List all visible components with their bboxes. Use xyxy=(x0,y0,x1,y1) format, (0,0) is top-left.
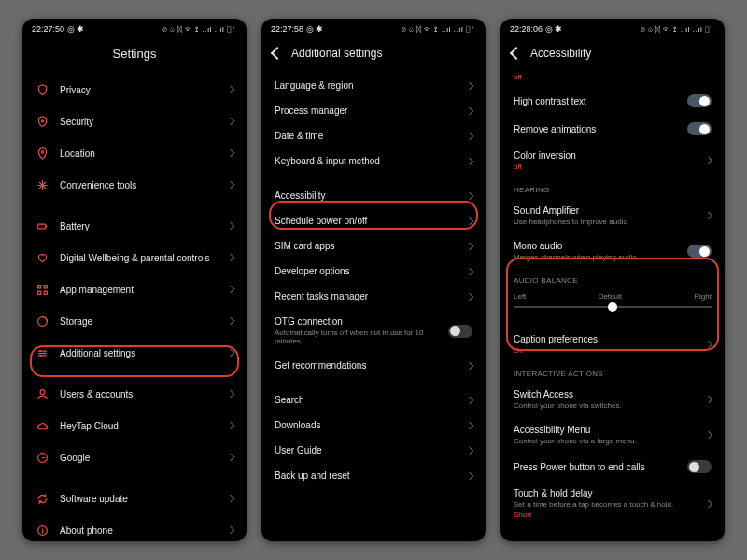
settings-row[interactable]: Software update xyxy=(22,483,247,514)
screen-accessibility: 22:28:06 ◎ ✱ ⊘ ⊙ ᛞ ᯤ ⟟ ..ıl ..ıl ⌷⁺ Acce… xyxy=(500,19,725,541)
settings-row[interactable]: Digital Wellbeing & parental controls xyxy=(22,242,247,273)
settings-row[interactable]: SIM card apps xyxy=(261,233,486,259)
battery-icon xyxy=(35,219,49,232)
row-subtitle: On xyxy=(514,346,695,355)
toggle-switch[interactable] xyxy=(448,325,472,338)
chevron-right-icon xyxy=(227,422,234,429)
settings-row[interactable]: Color inversionoff xyxy=(500,143,725,178)
settings-row[interactable]: Google xyxy=(22,441,247,473)
settings-row[interactable]: Date & time xyxy=(261,123,486,148)
page-title: Settings xyxy=(22,37,247,74)
row-label: Date & time xyxy=(275,131,456,141)
chevron-right-icon xyxy=(227,86,234,93)
audio-balance-slider[interactable]: LeftDefaultRight xyxy=(500,288,725,317)
settings-row[interactable]: Sound AmplifierUse headphones to improve… xyxy=(500,198,725,233)
chevron-right-icon xyxy=(227,149,234,157)
row-label: Downloads xyxy=(275,420,456,430)
settings-row[interactable]: Touch & hold delaySet a time before a ta… xyxy=(500,481,725,526)
settings-row[interactable]: Security xyxy=(22,105,247,137)
clock: 22:28:06 xyxy=(510,24,543,34)
disk-icon xyxy=(35,315,49,328)
settings-row[interactable]: Downloads xyxy=(261,413,486,438)
row-label: Search xyxy=(275,395,456,405)
settings-row[interactable]: High contrast text xyxy=(500,87,725,115)
settings-row[interactable]: Convenience tools xyxy=(22,169,247,201)
row-label: Battery xyxy=(60,221,217,231)
status-right-icons: ⊘ ⊙ ᛞ ᯤ ⟟ ..ıl ..ıl ⌷⁺ xyxy=(162,25,237,34)
balance-left-label: Left xyxy=(514,292,526,301)
chevron-right-icon xyxy=(466,361,473,369)
settings-row[interactable]: Storage xyxy=(22,305,247,337)
settings-row[interactable]: Privacy xyxy=(22,74,247,105)
settings-row[interactable]: HeyTap Cloud xyxy=(22,410,247,441)
chevron-right-icon xyxy=(227,454,234,461)
row-label: Google xyxy=(60,453,217,463)
settings-row[interactable]: Process manager xyxy=(261,98,486,123)
row-label: Color inversionoff xyxy=(514,150,695,171)
chevron-right-icon xyxy=(227,495,234,502)
settings-row[interactable]: About phone xyxy=(22,514,247,541)
settings-row[interactable]: Additional settings xyxy=(22,337,247,369)
back-icon[interactable] xyxy=(510,47,523,60)
status-right-icons: ⊘ ⊙ ᛞ ᯤ ⟟ ..ıl ..ıl ⌷⁺ xyxy=(402,25,476,34)
settings-row[interactable]: Keyboard & input method xyxy=(261,148,486,174)
settings-row[interactable]: Accessibility MenuControl your phone via… xyxy=(500,417,725,453)
settings-row[interactable]: Battery xyxy=(22,210,247,242)
section-header-actions: INTERACTIVE ACTIONS xyxy=(500,362,725,382)
chevron-right-icon xyxy=(466,217,473,224)
status-left-icons: ◎ ✱ xyxy=(67,24,85,34)
settings-row[interactable]: User Guide xyxy=(261,438,486,463)
row-label: Caption preferencesOn xyxy=(514,334,695,355)
chevron-right-icon xyxy=(466,81,473,89)
settings-row[interactable]: Remove animations xyxy=(500,115,725,143)
settings-row[interactable]: Recent tasks manager xyxy=(261,284,486,309)
header: Accessibility xyxy=(500,37,725,73)
settings-row[interactable]: Mono audioMerges channels when playing a… xyxy=(500,233,725,269)
settings-row[interactable]: Developer options xyxy=(261,259,486,284)
settings-row[interactable]: Schedule power on/off xyxy=(261,208,486,233)
slider-thumb[interactable] xyxy=(608,302,617,312)
status-left-icons: ◎ ✱ xyxy=(545,24,563,34)
settings-row[interactable]: Search xyxy=(261,387,486,413)
toggle-switch[interactable] xyxy=(687,122,712,135)
row-label: Users & accounts xyxy=(60,389,217,399)
chevron-right-icon xyxy=(466,106,473,114)
chevron-right-icon xyxy=(705,341,712,348)
svg-rect-4 xyxy=(44,285,47,287)
settings-row[interactable]: App management xyxy=(22,273,247,305)
settings-row[interactable]: Caption preferencesOn xyxy=(500,327,725,362)
row-label: Get recommendations xyxy=(275,360,456,371)
status-right-icons: ⊘ ⊙ ᛞ ᯤ ⟟ ..ıl ..ıl ⌷⁺ xyxy=(641,25,715,34)
settings-row[interactable]: Back up and reset xyxy=(261,463,486,488)
toggle-switch[interactable] xyxy=(687,94,712,107)
row-label: Accessibility xyxy=(275,190,456,201)
settings-row[interactable]: Switch AccessControl your phone via swit… xyxy=(500,382,725,417)
prev-item-status: off xyxy=(500,73,725,87)
back-icon[interactable] xyxy=(271,47,284,60)
chevron-right-icon xyxy=(466,471,473,479)
svg-point-0 xyxy=(41,119,43,121)
chevron-right-icon xyxy=(227,317,234,325)
chevron-right-icon xyxy=(705,212,712,219)
chevron-right-icon xyxy=(466,292,473,300)
settings-row[interactable]: OTG connectionAutomatically turns off wh… xyxy=(261,309,486,353)
svg-point-9 xyxy=(43,352,45,354)
toggle-switch[interactable] xyxy=(687,245,712,258)
settings-list: PrivacySecurityLocationConvenience tools… xyxy=(22,74,247,541)
svg-point-10 xyxy=(39,354,41,356)
chevron-right-icon xyxy=(227,222,234,230)
settings-row[interactable]: Press Power button to end calls xyxy=(500,453,725,481)
settings-row[interactable]: Location xyxy=(22,137,247,169)
settings-row[interactable]: Language & region xyxy=(261,73,486,98)
chevron-right-icon xyxy=(705,499,712,507)
row-label: About phone xyxy=(60,525,217,536)
settings-row[interactable]: Accessibility xyxy=(261,183,486,208)
settings-row[interactable]: Users & accounts xyxy=(22,378,247,410)
info-icon xyxy=(35,524,49,537)
row-label: Recent tasks manager xyxy=(275,291,456,301)
row-subtitle: Merges channels when playing audio xyxy=(514,253,676,261)
row-label: Sound AmplifierUse headphones to improve… xyxy=(514,205,695,226)
settings-row[interactable]: Get recommendations xyxy=(261,353,486,378)
section-header-hearing: HEARING xyxy=(500,178,725,198)
toggle-switch[interactable] xyxy=(687,460,712,473)
